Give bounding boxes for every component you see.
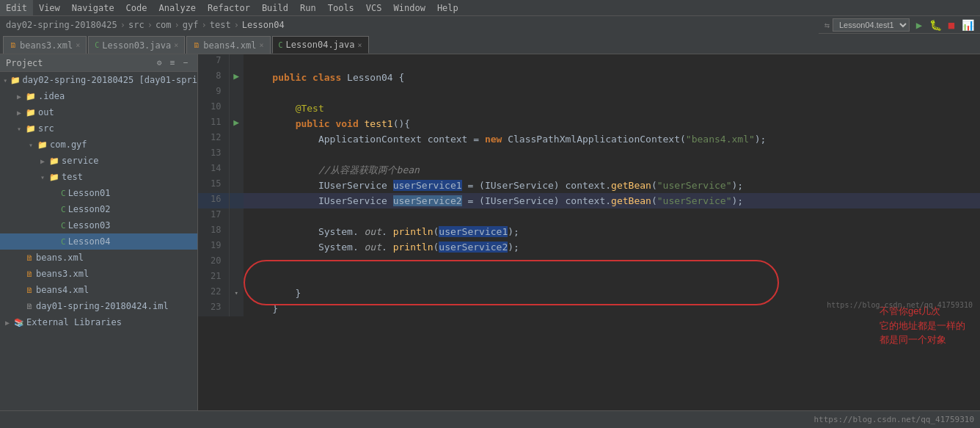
tree-item-lesson04[interactable]: C Lesson04 — [0, 233, 197, 250]
menu-navigate[interactable]: Navigate — [66, 0, 120, 15]
menu-edit[interactable]: Edit — [0, 0, 33, 15]
sidebar-collapse-icon[interactable]: − — [180, 57, 191, 69]
run-button[interactable]: ▶ — [913, 18, 926, 32]
line-number-18: 18 — [198, 224, 229, 239]
tree-item-extlib[interactable]: ▶ 📚 External Libraries — [0, 314, 197, 330]
line-gutter-7 — [229, 54, 244, 70]
tree-item-test[interactable]: ▾ 📁 test — [0, 169, 197, 185]
tree-item-beansxml[interactable]: 🗎 beans.xml — [0, 250, 197, 266]
menu-window[interactable]: Window — [388, 0, 431, 15]
breadcrumb-com[interactable]: com — [156, 20, 172, 30]
tree-item-lesson01[interactable]: C Lesson01 — [0, 185, 197, 201]
tree-item-lesson02[interactable]: C Lesson02 — [0, 201, 197, 217]
menu-run[interactable]: Run — [294, 0, 322, 15]
xml-file-icon-beans3: 🗎 — [26, 269, 34, 279]
line-gutter-16 — [229, 193, 244, 208]
run-gutter-icon-11[interactable]: ▶ — [233, 117, 239, 128]
code-row-9: 9 — [198, 85, 980, 101]
sidebar-gear-icon[interactable]: ≡ — [167, 57, 178, 69]
code-row-10: 10 @Test — [198, 101, 980, 116]
tab-close-lesson03[interactable]: × — [174, 41, 178, 49]
folder-icon-test: 📁 — [49, 173, 59, 182]
breadcrumb-lesson04[interactable]: Lesson04 — [242, 20, 285, 30]
stop-button[interactable]: ■ — [945, 18, 958, 32]
tab-lesson03[interactable]: C Lesson03.java × — [88, 36, 185, 54]
code-row-16: 16 IUserService userService2 = (IUserSer… — [198, 193, 980, 208]
menu-code[interactable]: Code — [120, 0, 153, 15]
tree-label-out: out — [38, 107, 54, 117]
menu-build[interactable]: Build — [256, 0, 294, 15]
code-row-18: 18 System. out. println(userService1); — [198, 224, 980, 239]
menu-vcs[interactable]: VCS — [360, 0, 388, 15]
tree-item-comgyf[interactable]: ▾ 📁 com.gyf — [0, 137, 197, 153]
breadcrumb-gyf[interactable]: gyf — [183, 20, 199, 30]
code-editor[interactable]: 7 8 ▶ public class Lesson04 { 9 — [198, 54, 980, 410]
tree-item-beans3xml[interactable]: 🗎 beans3.xml — [0, 266, 197, 282]
line-content-9 — [244, 85, 980, 101]
line-gutter-20 — [229, 255, 244, 270]
breadcrumb-src[interactable]: src — [128, 20, 145, 30]
xml-file-icon-beans4: 🗎 — [26, 286, 34, 295]
tree-arrow-idea: ▶ — [15, 93, 23, 101]
line-content-15: IUserService userService1 = (IUserServic… — [244, 178, 980, 193]
menu-help[interactable]: Help — [431, 0, 464, 15]
line-gutter-17 — [229, 208, 244, 224]
line-gutter-23 — [229, 301, 244, 316]
tree-item-service[interactable]: ▶ 📁 service — [0, 153, 197, 169]
breadcrumb-project[interactable]: day02-spring-20180425 — [6, 20, 117, 30]
line-number-11: 11 — [198, 116, 229, 131]
run-gutter-icon-8[interactable]: ▶ — [233, 70, 239, 81]
line-number-9: 9 — [198, 85, 229, 101]
fold-gutter-icon-22[interactable]: ▾ — [235, 289, 238, 297]
tree-item-iml[interactable]: 🗎 day01-spring-20180424.iml — [0, 298, 197, 314]
tree-item-src[interactable]: ▾ 📁 src — [0, 120, 197, 137]
folder-icon-src: 📁 — [26, 124, 36, 134]
tab-close-lesson04[interactable]: × — [358, 41, 362, 49]
sidebar-toolbar: ⚙ ≡ − — [153, 57, 191, 69]
coverage-button[interactable]: 📊 — [961, 18, 974, 32]
line-gutter-13 — [229, 147, 244, 162]
tab-beans3[interactable]: 🗎 beans3.xml × — [3, 36, 87, 54]
line-number-22: 22 — [198, 286, 229, 301]
folder-icon-idea: 📁 — [26, 92, 36, 101]
tree-item-lesson03[interactable]: C Lesson03 — [0, 217, 197, 233]
breadcrumb-test[interactable]: test — [210, 20, 231, 30]
line-content-10: @Test — [244, 101, 980, 116]
code-row-17: 17 — [198, 208, 980, 224]
menu-tools[interactable]: Tools — [322, 0, 360, 15]
tree-item-out[interactable]: ▶ 📁 out — [0, 104, 197, 120]
menu-view[interactable]: View — [33, 0, 66, 15]
tree-item-idea[interactable]: ▶ 📁 .idea — [0, 88, 197, 104]
tab-close-beans4[interactable]: × — [260, 41, 264, 49]
folder-icon-comgyf: 📁 — [37, 140, 48, 150]
menu-refactor[interactable]: Refactor — [202, 0, 256, 15]
tree-arrow-extlib: ▶ — [3, 319, 12, 327]
folder-icon-out: 📁 — [26, 108, 36, 117]
line-gutter-11: ▶ — [229, 116, 244, 131]
tree-label-comgyf: com.gyf — [50, 139, 87, 150]
line-gutter-18 — [229, 224, 244, 239]
run-config-select[interactable]: Lesson04.test1 — [833, 18, 910, 32]
code-row-7: 7 — [198, 54, 980, 70]
tree-label-iml: day01-spring-20180424.iml — [36, 301, 169, 311]
line-number-17: 17 — [198, 208, 229, 224]
sidebar-sync-icon[interactable]: ⚙ — [153, 57, 165, 69]
tab-lesson04[interactable]: C Lesson04.java × — [272, 36, 369, 54]
line-gutter-19 — [229, 239, 244, 255]
breadcrumb-arrow-icon: ⇆ — [824, 20, 830, 30]
tree-label-service: service — [62, 156, 99, 166]
debug-button[interactable]: 🐛 — [929, 18, 942, 32]
code-row-11: 11 ▶ public void test1(){ — [198, 116, 980, 131]
line-number-20: 20 — [198, 255, 229, 270]
line-gutter-22: ▾ — [229, 286, 244, 301]
tab-beans4[interactable]: 🗎 beans4.xml × — [186, 36, 270, 54]
tree-item-root[interactable]: ▾ 📁 day02-spring-20180425 [day01-spri — [0, 72, 197, 88]
tree-item-beans4xml[interactable]: 🗎 beans4.xml — [0, 282, 197, 298]
tab-close-beans3[interactable]: × — [76, 41, 80, 49]
menu-analyze[interactable]: Analyze — [153, 0, 202, 15]
line-content-20 — [244, 255, 980, 270]
tab-bar: 🗎 beans3.xml × C Lesson03.java × 🗎 beans… — [0, 34, 980, 54]
tree-label-root: day02-spring-20180425 [day01-spri — [23, 75, 197, 85]
java-icon-2: C — [279, 41, 283, 49]
xml-icon: 🗎 — [10, 41, 17, 49]
